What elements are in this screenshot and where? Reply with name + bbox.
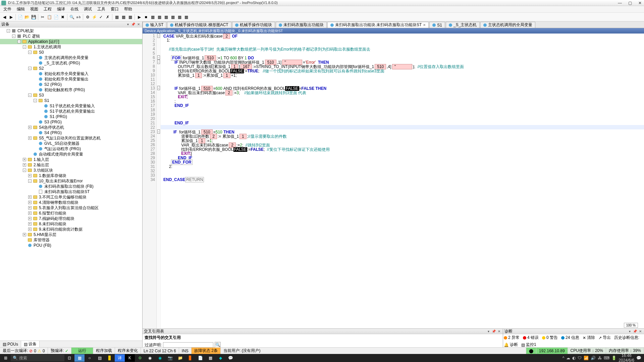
tree-node[interactable]: +3.不同工位单元偏移功能块	[0, 194, 142, 200]
task-view[interactable]: ⊡	[64, 354, 74, 362]
tree-node[interactable]: 自动模式使用的全局变量	[0, 152, 142, 157]
tb-c3[interactable]: ▦	[163, 14, 169, 20]
tree-node[interactable]: +7.残缺码处理功能块	[0, 216, 142, 221]
tb-c5[interactable]: ▦	[176, 14, 182, 20]
menu-project[interactable]: 工程	[42, 6, 54, 13]
tb-app7[interactable]: ⚙	[135, 354, 145, 362]
tree-node[interactable]: +1.数据库存储块	[0, 173, 142, 178]
diag-btn[interactable]: 🔔 诊断	[504, 342, 518, 348]
diag-export[interactable]: ↗ 导出	[598, 335, 611, 341]
editor-tab[interactable]: 未扫码衣服取出功能块.未扫码衣服取出功能块ST✕	[327, 22, 429, 28]
tree-node[interactable]: GVL_S5启动变频器	[0, 141, 142, 146]
menu-edit[interactable]: 编辑	[15, 6, 27, 13]
tb-app3[interactable]: ▤	[95, 354, 105, 362]
diag-pin[interactable]: 📌	[633, 329, 637, 334]
editor-tab[interactable]: 主状态机调用的全局变量	[480, 22, 535, 28]
tray-keyboard-icon[interactable]: ⌨	[604, 356, 609, 360]
tb-stop[interactable]: ■	[143, 14, 149, 20]
tb-a2[interactable]: ⚡	[91, 14, 97, 20]
tb-c2[interactable]: ▦	[156, 14, 162, 20]
tb-b2[interactable]: ▦	[120, 14, 126, 20]
cross-ref-filter-input[interactable]	[163, 342, 213, 348]
tb-fwd[interactable]: ▶	[8, 14, 14, 20]
tray-up-icon[interactable]: ^	[562, 356, 565, 360]
tb-app5[interactable]: 译	[115, 354, 125, 362]
crossref-close[interactable]: ✕	[497, 329, 501, 334]
diag-dropdown[interactable]: ▾	[627, 329, 632, 334]
diag-close[interactable]: ✕	[638, 329, 643, 334]
crossref-dropdown[interactable]: ▾	[486, 329, 491, 334]
tree-node[interactable]: S2 (PRG)	[0, 82, 142, 87]
tree-node[interactable]: S3 (PRG)	[0, 119, 142, 125]
diag-abnormal[interactable]: 2 异常	[504, 335, 520, 341]
tray-cloud-icon[interactable]: ☁	[566, 356, 570, 360]
tray-network-icon[interactable]: 🖧	[598, 356, 602, 360]
tree-node[interactable]: +5.HMI显示层	[0, 232, 142, 237]
crossref-pin[interactable]: 📌	[491, 329, 496, 334]
tree-node[interactable]: S1子状态机全局变量输入	[0, 103, 142, 109]
tb-save[interactable]: 💾	[31, 14, 37, 20]
tree-node[interactable]: +S5_气缸1启动关闭位置监测状态机	[0, 135, 142, 141]
close-button[interactable]: ✕	[637, 1, 643, 5]
tb-find[interactable]: 🔍	[69, 14, 75, 20]
menu-online[interactable]: 在线	[68, 6, 80, 13]
diag-warnings[interactable]: 0 警告	[542, 335, 558, 341]
tb-explorer[interactable]: 📁	[175, 354, 185, 362]
tree-node[interactable]: 初始化程序全局变量输出	[0, 76, 142, 82]
code-body[interactable]: CASE VAR_取出未扫码衣服case2 OF 1: //首先取出的case等…	[161, 34, 644, 328]
tb-wechat[interactable]: 💬	[225, 354, 235, 362]
tb-chrome[interactable]: ◉	[145, 354, 155, 362]
menu-tools[interactable]: 工具	[95, 6, 107, 13]
tree-node[interactable]: 初始化触发程序 (PRG)	[0, 87, 142, 93]
tree-node[interactable]: 气缸运动程序 (PRG)	[0, 146, 142, 152]
tb-a4[interactable]: ✗	[105, 14, 111, 20]
menu-help[interactable]: 帮助	[122, 6, 134, 13]
tab-pous[interactable]: ▤POUs	[0, 341, 21, 347]
menu-file[interactable]: 文件	[1, 6, 13, 13]
panel-pin[interactable]: 📌	[131, 22, 136, 27]
editor-tab[interactable]: 机械手操作功能块	[232, 22, 275, 28]
diag-clear[interactable]: ✕ 清除	[583, 335, 595, 341]
tree-node[interactable]: 未扫码衣服取出功能块ST	[0, 189, 142, 194]
tree-node[interactable]: +S4急停状态机	[0, 125, 142, 130]
tb-copy[interactable]: 📋	[46, 14, 52, 20]
maximize-button[interactable]: ▢	[627, 1, 633, 5]
editor-tab[interactable]: S1	[429, 22, 445, 28]
tree-node[interactable]: -PLC 逻辑	[0, 34, 142, 39]
tb-a3[interactable]: ✓	[98, 14, 104, 20]
system-tray[interactable]: ^ ☁ ◐ 🛡 📶 🔊 🖧 ⌨ 🔋 16:46 2024/6/6 💬	[562, 353, 643, 362]
tb-c6[interactable]: ▦	[183, 14, 189, 20]
editor-tab[interactable]: 输入ST	[143, 22, 166, 28]
tb-app4[interactable]: ▊	[105, 354, 115, 362]
tray-volume-icon[interactable]: 🔊	[591, 356, 596, 360]
tb-edge[interactable]: ◉	[155, 354, 165, 362]
tree-node[interactable]: S1子状态机全局变量输出	[0, 109, 142, 114]
tb-app10[interactable]: 📄	[195, 354, 205, 362]
tb-delete[interactable]: ✖	[60, 14, 66, 20]
panel-close[interactable]: ✕	[136, 22, 141, 27]
menu-view[interactable]: 视图	[28, 6, 40, 13]
fold-column[interactable]: -----	[157, 34, 161, 328]
tray-shield-icon[interactable]: 🛡	[578, 356, 582, 360]
diag-errors[interactable]: 4 错误	[523, 335, 539, 341]
tb-app9[interactable]: ▊	[185, 354, 195, 362]
tree-node[interactable]: -3.功能区块	[0, 168, 142, 173]
tray-wifi-icon[interactable]: 📶	[584, 356, 589, 360]
tree-node[interactable]: +5.衣服录入到取出算法组合功能区	[0, 205, 142, 210]
device-tree[interactable]: -CPU机架-PLC 逻辑-Application [运行]-1.主状态机调用-…	[0, 27, 142, 341]
tb-app12[interactable]: ◆	[215, 354, 225, 362]
tree-node[interactable]: +9.未扫码功能块统计数据	[0, 227, 142, 232]
tb-new[interactable]: 📄	[17, 14, 23, 20]
tb-replace[interactable]: a·b	[75, 14, 82, 20]
tray-onedrive-icon[interactable]: ◐	[572, 356, 576, 360]
tb-a1[interactable]: ⚙	[85, 14, 91, 20]
tree-node[interactable]: +6.报警灯功能块	[0, 210, 142, 216]
start-button[interactable]: ⊞	[1, 354, 11, 362]
tree-node[interactable]: -S1	[0, 98, 142, 103]
sb-fault[interactable]: 故障状态 2条	[192, 348, 221, 354]
tb-app2[interactable]: ○	[85, 354, 95, 362]
tree-node[interactable]: -S0	[0, 50, 142, 55]
tb-app1[interactable]: ▦	[74, 354, 85, 362]
tree-node[interactable]: -10_取出未扫码衣服Error	[0, 178, 142, 184]
tray-battery-icon[interactable]: 🔋	[611, 356, 616, 360]
